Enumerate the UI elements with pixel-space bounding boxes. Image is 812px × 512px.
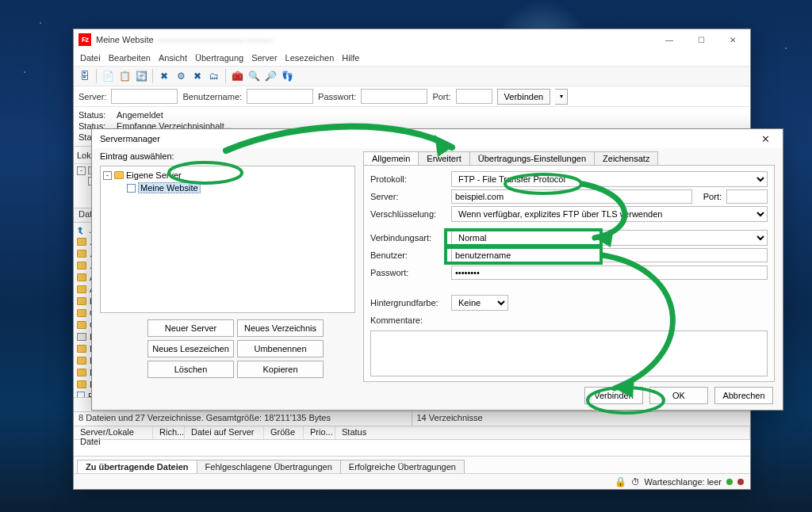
qc-connect-dropdown[interactable]: ▾ xyxy=(555,89,568,105)
tab-general[interactable]: Allgemein xyxy=(363,151,419,165)
window-controls: — ☐ ✕ xyxy=(653,29,749,50)
lock-icon: 🔒 xyxy=(615,476,626,487)
server-input[interactable] xyxy=(451,189,692,204)
tree-expander-icon[interactable]: - xyxy=(103,171,112,180)
qh-status[interactable]: Status xyxy=(335,426,750,439)
tab-charset[interactable]: Zeichensatz xyxy=(594,151,658,165)
conntype-label: Verbindungsart: xyxy=(370,233,446,243)
server-icon xyxy=(127,184,136,193)
comments-label: Kommentare: xyxy=(370,315,446,325)
folder-icon xyxy=(77,309,86,317)
folder-icon xyxy=(77,262,86,269)
password-input[interactable] xyxy=(451,266,768,280)
folder-icon xyxy=(77,285,86,293)
folder-icon xyxy=(114,171,124,179)
user-input[interactable] xyxy=(451,248,768,262)
up-icon[interactable]: ⮬ xyxy=(77,225,86,235)
qc-port-input[interactable] xyxy=(456,89,492,104)
maximize-button[interactable]: ☐ xyxy=(685,29,717,50)
dialog-connect-button[interactable]: Verbinden xyxy=(584,387,643,404)
qh-prio[interactable]: Prio... xyxy=(304,426,335,439)
folder-icon xyxy=(77,380,86,388)
encryption-select[interactable]: Wenn verfügbar, explizites FTP über TLS … xyxy=(451,206,768,222)
conntype-select[interactable]: Normal xyxy=(451,230,768,246)
port-label: Port: xyxy=(703,192,722,201)
queue-header: Server/Lokale Datei Rich... Datei auf Se… xyxy=(74,426,750,440)
menu-lesezeichen[interactable]: Lesezeichen xyxy=(285,53,335,63)
dialog-close-button[interactable]: ✕ xyxy=(751,129,779,148)
qc-user-input[interactable] xyxy=(247,89,313,104)
dialog-cancel-button[interactable]: Abbrechen xyxy=(714,387,773,404)
select-entry-label: Eintrag auswählen: xyxy=(100,151,355,166)
dialog-right-pane: Allgemein Erweitert Übertragungs-Einstel… xyxy=(363,151,775,378)
dialog-form: Protokoll: FTP - File Transfer Protocol … xyxy=(363,165,775,382)
delete-button[interactable]: Löschen xyxy=(147,361,234,378)
server-label: Server: xyxy=(370,192,446,201)
qh-server[interactable]: Server/Lokale Datei xyxy=(74,426,153,439)
qc-pass-label: Passwort: xyxy=(318,92,356,101)
minimize-button[interactable]: — xyxy=(653,29,685,50)
port-input[interactable] xyxy=(726,189,768,204)
tb-sync-icon[interactable]: 👣 xyxy=(279,68,295,84)
qc-server-label: Server: xyxy=(79,92,106,101)
menu-datei[interactable]: Datei xyxy=(80,53,101,63)
tab-queued[interactable]: Zu übertragende Dateien xyxy=(77,460,197,473)
comments-textarea[interactable] xyxy=(370,331,768,376)
tb-compare-icon[interactable]: 🔎 xyxy=(262,68,278,84)
close-button[interactable]: ✕ xyxy=(717,29,749,50)
site-folder[interactable]: Eigene Server xyxy=(126,170,182,180)
tb-refresh-icon[interactable]: ✖ xyxy=(156,68,172,84)
new-folder-button[interactable]: Neues Verzeichnis xyxy=(237,319,324,337)
tb-toggle-log-icon[interactable]: 📄 xyxy=(100,68,116,84)
protocol-select[interactable]: FTP - File Transfer Protocol xyxy=(451,171,768,187)
tb-disconnect-icon[interactable]: 🗂 xyxy=(206,68,222,84)
menu-bearbeiten[interactable]: Bearbeiten xyxy=(109,53,151,63)
folder-icon xyxy=(77,297,86,305)
status-label: Status: xyxy=(79,109,109,120)
qh-direction[interactable]: Rich... xyxy=(153,426,185,439)
file-icon xyxy=(77,392,85,398)
new-server-button[interactable]: Neuer Server xyxy=(147,319,234,337)
sitemanager-dialog: Servermanager ✕ Eintrag auswählen: -Eige… xyxy=(91,128,783,411)
tree-expander-icon[interactable]: - xyxy=(77,166,86,175)
folder-icon xyxy=(77,321,86,329)
qc-user-label: Benutzername: xyxy=(182,92,242,101)
dialog-ok-button[interactable]: OK xyxy=(649,387,708,404)
copy-button[interactable]: Kopieren xyxy=(237,361,324,378)
tab-transfer[interactable]: Übertragungs-Einstellungen xyxy=(469,151,595,165)
menu-ansicht[interactable]: Ansicht xyxy=(159,53,187,63)
encryption-label: Verschlüsselung: xyxy=(370,209,446,219)
menu-server[interactable]: Server xyxy=(251,53,277,63)
site-tree[interactable]: -Eigene Server Meine Website xyxy=(100,166,355,313)
bottom-tabs: Zu übertragende Dateien Fehlgeschlagene … xyxy=(74,456,750,473)
tb-filter-icon[interactable]: 🧰 xyxy=(229,68,245,84)
qh-remote[interactable]: Datei auf Server xyxy=(185,426,264,439)
tab-failed[interactable]: Fehlgeschlagene Übertragungen xyxy=(197,460,341,473)
tb-sitemanager-icon[interactable]: 🗄 xyxy=(77,68,93,84)
new-bookmark-button[interactable]: Neues Lesezeichen xyxy=(147,340,234,357)
dialog-left-pane: Eintrag auswählen: -Eigene Server Meine … xyxy=(100,151,355,378)
local-status-strip: 8 Dateien und 27 Verzeichnisse. Gesamtgr… xyxy=(74,411,412,426)
rename-button[interactable]: Umbenennen xyxy=(237,340,324,357)
tb-search-icon[interactable]: 🔍 xyxy=(246,68,262,84)
tab-advanced[interactable]: Erweitert xyxy=(418,151,469,165)
folder-icon xyxy=(77,357,86,365)
menu-uebertragung[interactable]: Übertragung xyxy=(195,53,243,63)
tb-cancel-icon[interactable]: ✖ xyxy=(190,68,205,84)
tb-process-icon[interactable]: ⚙ xyxy=(173,68,189,84)
window-title: Meine Website xyxy=(96,35,154,44)
tb-toggle-queue-icon[interactable]: 🔄 xyxy=(133,68,149,84)
bgcolor-select[interactable]: Keine xyxy=(451,295,508,311)
qc-server-input[interactable] xyxy=(111,89,178,104)
qc-pass-input[interactable] xyxy=(361,89,427,104)
dialog-title: Servermanager xyxy=(100,134,160,143)
site-entry[interactable]: Meine Website xyxy=(138,182,201,193)
qh-size[interactable]: Größe xyxy=(264,426,304,439)
folder-icon xyxy=(77,273,86,281)
dialog-footer: Verbinden OK Abbrechen xyxy=(92,381,783,410)
tb-toggle-tree-icon[interactable]: 📋 xyxy=(117,68,132,84)
qc-connect-button[interactable]: Verbinden xyxy=(497,89,551,105)
menu-hilfe[interactable]: Hilfe xyxy=(342,53,359,63)
tab-success[interactable]: Erfolgreiche Übertragungen xyxy=(340,460,465,473)
folder-icon xyxy=(77,369,86,376)
